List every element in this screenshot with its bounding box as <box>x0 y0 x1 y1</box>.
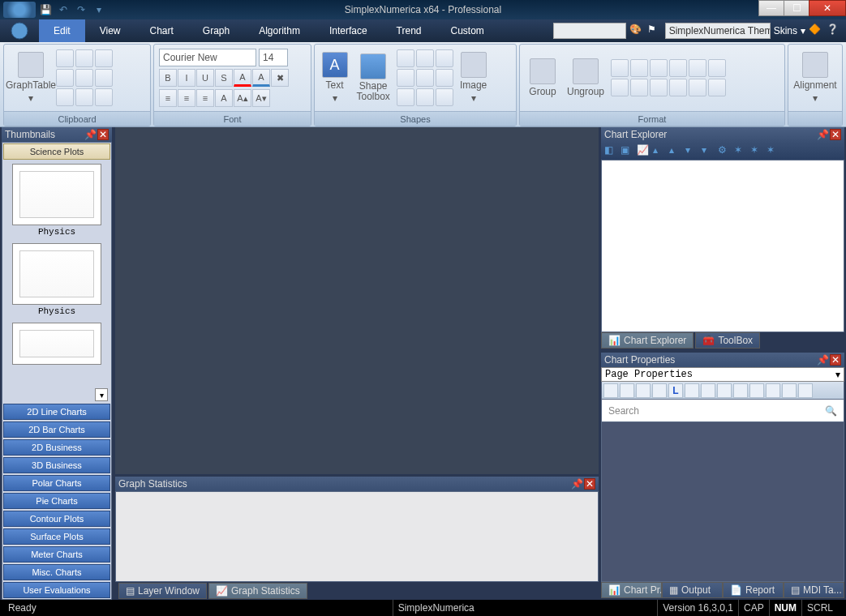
help-icon[interactable]: ❔ <box>827 24 841 38</box>
qat-dropdown-icon[interactable]: ▾ <box>91 2 107 17</box>
thumb-category[interactable]: Misc. Charts <box>3 564 110 580</box>
copy-icon[interactable] <box>56 49 74 67</box>
ungroup-button[interactable]: Ungroup <box>564 49 608 106</box>
align-right-icon[interactable]: ≡ <box>196 89 214 107</box>
skins-label[interactable]: Skins <box>774 25 797 36</box>
app-menu-icon[interactable] <box>0 19 39 42</box>
tool-icon[interactable]: ✶ <box>767 144 779 157</box>
prop-icon[interactable] <box>701 383 715 398</box>
clip-icon[interactable] <box>56 69 74 87</box>
send-backward-icon[interactable] <box>669 79 687 96</box>
flip-v-icon[interactable] <box>669 59 687 77</box>
thumb-category[interactable]: User Evaluations <box>3 582 110 598</box>
align-left-icon[interactable]: ≡ <box>159 89 177 107</box>
close-panel-icon[interactable]: ✕ <box>830 354 841 366</box>
thumb-items[interactable]: Physics Physics ▾ <box>2 160 111 403</box>
tab-toolbox[interactable]: 🧰ToolBox <box>695 332 760 349</box>
tab-report[interactable]: 📄Report <box>723 582 784 598</box>
close-button[interactable]: ✕ <box>809 0 846 16</box>
prop-icon[interactable] <box>733 383 748 398</box>
shape-toolbox-button[interactable]: ShapeToolbox <box>353 49 393 106</box>
italic-button[interactable]: I <box>178 69 195 87</box>
underline-button[interactable]: U <box>196 69 214 87</box>
paste-icon[interactable] <box>75 49 93 67</box>
page-properties-combo[interactable]: Page Properties <box>601 367 844 382</box>
tab-graph-statistics[interactable]: 📈Graph Statistics <box>208 583 307 599</box>
chartexp-body[interactable] <box>601 160 844 332</box>
prop-icon[interactable] <box>685 383 699 398</box>
flip-h-icon[interactable] <box>650 59 668 77</box>
tab-interface[interactable]: Interface <box>315 19 382 42</box>
line-icon[interactable] <box>397 49 414 67</box>
close-panel-icon[interactable]: ✕ <box>584 478 595 490</box>
clear-format-icon[interactable]: ✖ <box>271 69 289 87</box>
thumb-category[interactable]: 2D Line Charts <box>3 404 110 420</box>
tab-algorithm[interactable]: Algorithm <box>244 19 315 42</box>
ellipse-icon[interactable] <box>416 69 434 87</box>
thumb-category-active[interactable]: Science Plots <box>3 143 110 160</box>
strike-button[interactable]: S <box>215 69 233 87</box>
tool-icon[interactable]: ✶ <box>734 144 747 157</box>
distribute-h-icon[interactable] <box>689 79 706 96</box>
replace-icon[interactable] <box>75 88 93 106</box>
close-panel-icon[interactable]: ✕ <box>97 129 109 140</box>
redo-icon[interactable]: ↷ <box>73 2 89 17</box>
thumb-category[interactable]: Surface Plots <box>3 528 110 545</box>
text-button[interactable]: A Text ▾ <box>320 49 350 106</box>
skins-dropdown-icon[interactable]: ▾ <box>801 25 805 36</box>
pointer-icon[interactable] <box>493 79 511 97</box>
tab-chart-properties[interactable]: 📊Chart Pr... <box>601 582 662 598</box>
menubar-search-input[interactable] <box>553 23 626 39</box>
polygon-icon[interactable] <box>436 69 453 87</box>
bring-forward-icon[interactable] <box>650 79 668 96</box>
tool-icon[interactable]: ✶ <box>750 144 763 157</box>
thumb-category[interactable]: Polar Charts <box>3 475 110 491</box>
thumb-item[interactable] <box>2 319 111 365</box>
tab-graph[interactable]: Graph <box>188 19 244 42</box>
prop-icon[interactable] <box>798 383 813 398</box>
thumb-item[interactable]: Physics <box>2 160 111 240</box>
paste-special-icon[interactable] <box>56 88 74 106</box>
pin-icon[interactable]: 📌 <box>817 354 828 366</box>
thumb-category[interactable]: Meter Charts <box>3 546 110 563</box>
mirror-v-icon[interactable] <box>708 59 726 77</box>
grow-font-icon[interactable]: A▴ <box>234 89 251 107</box>
edit-shape-icon[interactable] <box>493 58 511 76</box>
scroll-down-icon[interactable]: ▾ <box>95 388 108 401</box>
flag-icon[interactable]: ⚑ <box>647 24 662 38</box>
pin-icon[interactable]: 📌 <box>84 129 96 140</box>
prop-icon[interactable] <box>766 383 780 398</box>
tool-icon[interactable]: ▾ <box>702 144 715 157</box>
minimize-button[interactable]: — <box>758 0 784 16</box>
tab-view[interactable]: View <box>85 19 135 42</box>
arrow-icon[interactable] <box>397 69 414 87</box>
tab-chart-explorer[interactable]: 📊Chart Explorer <box>601 332 694 349</box>
rotate-left-icon[interactable] <box>611 59 629 77</box>
close-panel-icon[interactable]: ✕ <box>830 129 841 140</box>
tool-icon[interactable]: ▴ <box>653 144 666 157</box>
prop-save-icon[interactable] <box>636 383 651 398</box>
pin-icon[interactable]: 📌 <box>817 129 828 140</box>
image-button[interactable]: Image ▾ <box>457 49 490 106</box>
app-logo-icon[interactable] <box>3 2 36 18</box>
thumb-item[interactable]: Physics <box>2 240 111 319</box>
shrink-font-icon[interactable]: A▾ <box>252 89 270 107</box>
duplicate-icon[interactable] <box>436 49 453 67</box>
thumb-category[interactable]: 3D Business <box>3 457 110 473</box>
triangle-icon[interactable] <box>436 88 453 106</box>
tool-icon[interactable]: ⚙ <box>718 144 731 157</box>
tab-chart[interactable]: Chart <box>135 19 187 42</box>
cut-icon[interactable] <box>95 49 113 67</box>
undo-icon[interactable]: ↶ <box>55 2 71 17</box>
distribute-v-icon[interactable] <box>708 79 726 96</box>
circle-icon[interactable] <box>397 88 414 106</box>
maximize-button[interactable]: ☐ <box>784 0 809 16</box>
graphtable-button[interactable]: GraphTable ▾ <box>9 49 53 106</box>
font-name-combo[interactable]: Courier New <box>159 49 256 66</box>
highlight-icon[interactable]: A <box>252 69 270 87</box>
font-color-icon[interactable]: A <box>234 69 251 87</box>
theme-combo[interactable]: SimplexNumerica Them <box>665 23 771 39</box>
tab-mdi[interactable]: ▤MDI Ta... <box>784 582 844 598</box>
thumb-category[interactable]: 2D Bar Charts <box>3 421 110 438</box>
alignment-button[interactable]: Alignment ▾ <box>793 49 837 106</box>
